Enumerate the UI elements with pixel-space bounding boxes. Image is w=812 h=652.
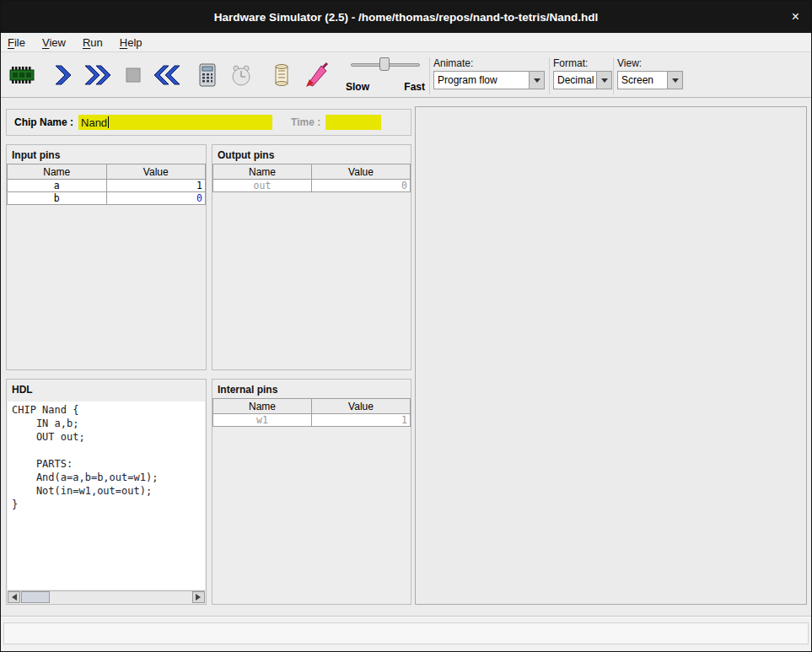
internal-pins-table: Name Value w1 1 bbox=[212, 398, 411, 427]
menu-item-help[interactable]: Help bbox=[120, 36, 143, 49]
hdl-code-view: CHIP Nand { IN a,b; OUT out; PARTS: And(… bbox=[8, 401, 205, 590]
pin-name-cell: out bbox=[213, 180, 312, 192]
format-group: Format: Decimal bbox=[549, 57, 613, 94]
column-header-name: Name bbox=[213, 164, 312, 180]
stop-button[interactable] bbox=[117, 59, 149, 91]
fast-label: Fast bbox=[404, 81, 425, 93]
pin-row: w1 1 bbox=[213, 414, 411, 427]
view-dropdown[interactable]: Screen bbox=[617, 71, 683, 89]
format-label: Format: bbox=[553, 57, 613, 69]
paint-brush-icon bbox=[304, 62, 331, 89]
titlebar: Hardware Simulator (2.5) - /home/thomas/… bbox=[1, 1, 811, 33]
pin-value-cell[interactable]: 0 bbox=[106, 192, 206, 205]
script-button[interactable] bbox=[266, 59, 298, 91]
pin-row: b 0 bbox=[8, 192, 206, 205]
column-header-value: Value bbox=[312, 399, 411, 414]
column-header-name: Name bbox=[213, 399, 312, 414]
view-selected-value: Screen bbox=[618, 72, 667, 89]
output-pins-panel: Output pins Name Value out 0 bbox=[212, 144, 411, 370]
pin-value-cell: 0 bbox=[312, 180, 411, 192]
brush-button[interactable] bbox=[301, 59, 333, 91]
pin-row: out 0 bbox=[213, 180, 411, 192]
toolbar: Slow Fast Animate: Program flow Format: … bbox=[1, 52, 811, 98]
pin-value-cell: 1 bbox=[312, 414, 411, 427]
input-pins-table: Name Value a 1 b 0 bbox=[7, 164, 206, 205]
pin-name-cell: w1 bbox=[213, 414, 312, 427]
status-message bbox=[3, 622, 809, 644]
triangle-right-icon bbox=[196, 594, 204, 601]
pin-value-cell[interactable]: 1 bbox=[106, 180, 206, 192]
time-label: Time : bbox=[291, 116, 320, 128]
single-step-button[interactable] bbox=[46, 59, 78, 91]
time-input[interactable] bbox=[325, 115, 381, 130]
output-pins-table: Name Value out 0 bbox=[212, 164, 411, 192]
animate-dropdown-button[interactable] bbox=[529, 72, 544, 89]
reset-button[interactable] bbox=[151, 59, 183, 91]
view-dropdown-button[interactable] bbox=[667, 72, 682, 89]
hardware-simulator-window: Hardware Simulator (2.5) - /home/thomas/… bbox=[0, 0, 812, 652]
fast-forward-icon bbox=[83, 62, 112, 89]
hdl-panel: HDL CHIP Nand { IN a,b; OUT out; PARTS: … bbox=[6, 379, 207, 605]
hdl-title: HDL bbox=[7, 380, 206, 398]
output-pins-title: Output pins bbox=[212, 145, 411, 164]
chevron-down-icon bbox=[534, 78, 540, 86]
chip-icon bbox=[8, 62, 35, 89]
run-button[interactable] bbox=[82, 59, 114, 91]
format-selected-value: Decimal bbox=[554, 72, 596, 89]
pin-name-cell: b bbox=[8, 192, 107, 205]
hdl-horizontal-scrollbar[interactable] bbox=[8, 590, 205, 603]
calculator-button[interactable] bbox=[191, 59, 223, 91]
scroll-right-button[interactable] bbox=[192, 591, 205, 603]
status-bar bbox=[1, 616, 811, 651]
format-dropdown[interactable]: Decimal bbox=[553, 71, 612, 89]
animate-group: Animate: Program flow bbox=[429, 57, 549, 94]
format-dropdown-button[interactable] bbox=[596, 72, 611, 89]
scrollbar-thumb[interactable] bbox=[21, 591, 50, 603]
chip-name-value: Nand bbox=[81, 116, 107, 129]
input-pins-title: Input pins bbox=[7, 145, 206, 164]
column-header-value: Value bbox=[106, 164, 206, 180]
chip-name-label: Chip Name : bbox=[14, 116, 73, 128]
chip-name-input[interactable]: Nand bbox=[78, 115, 272, 130]
animate-selected-value: Program flow bbox=[434, 72, 529, 89]
chip-name-panel: Chip Name : Nand Time : bbox=[6, 109, 411, 136]
animate-dropdown[interactable]: Program flow bbox=[433, 71, 545, 89]
animate-label: Animate: bbox=[433, 57, 549, 69]
triangle-left-icon bbox=[8, 594, 17, 601]
slow-label: Slow bbox=[346, 81, 369, 93]
scroll-left-button[interactable] bbox=[8, 591, 20, 603]
menu-item-view[interactable]: View bbox=[42, 36, 66, 49]
stop-icon bbox=[120, 62, 147, 89]
menu-item-run[interactable]: Run bbox=[83, 36, 103, 49]
column-header-name: Name bbox=[8, 164, 107, 180]
calculator-icon bbox=[194, 62, 221, 89]
internal-pins-panel: Internal pins Name Value w1 1 bbox=[212, 379, 411, 605]
clock-button[interactable] bbox=[225, 59, 257, 91]
rewind-icon bbox=[153, 62, 181, 89]
pin-name-cell: a bbox=[8, 180, 107, 192]
view-label: View: bbox=[617, 57, 686, 69]
screen-view-panel bbox=[415, 106, 807, 605]
chevron-down-icon bbox=[672, 78, 679, 86]
speed-slider: Slow Fast bbox=[342, 56, 428, 94]
input-pins-panel: Input pins Name Value a 1 b 0 bbox=[6, 144, 207, 370]
menubar: File View Run Help bbox=[1, 33, 811, 52]
load-chip-button[interactable] bbox=[6, 59, 38, 91]
close-button[interactable]: × bbox=[792, 10, 799, 24]
internal-pins-title: Internal pins bbox=[212, 380, 411, 398]
hdl-code: CHIP Nand { IN a,b; OUT out; PARTS: And(… bbox=[8, 401, 205, 513]
step-forward-icon bbox=[49, 62, 76, 89]
window-title: Hardware Simulator (2.5) - /home/thomas/… bbox=[214, 11, 598, 24]
text-caret bbox=[108, 116, 109, 128]
chevron-down-icon bbox=[601, 78, 608, 86]
view-group: View: Screen bbox=[613, 57, 686, 94]
slider-thumb[interactable] bbox=[379, 57, 390, 71]
column-header-value: Value bbox=[312, 164, 411, 180]
menu-item-file[interactable]: File bbox=[8, 36, 25, 49]
scroll-icon bbox=[268, 62, 295, 89]
pin-row: a 1 bbox=[8, 180, 206, 192]
clock-icon bbox=[228, 62, 255, 89]
